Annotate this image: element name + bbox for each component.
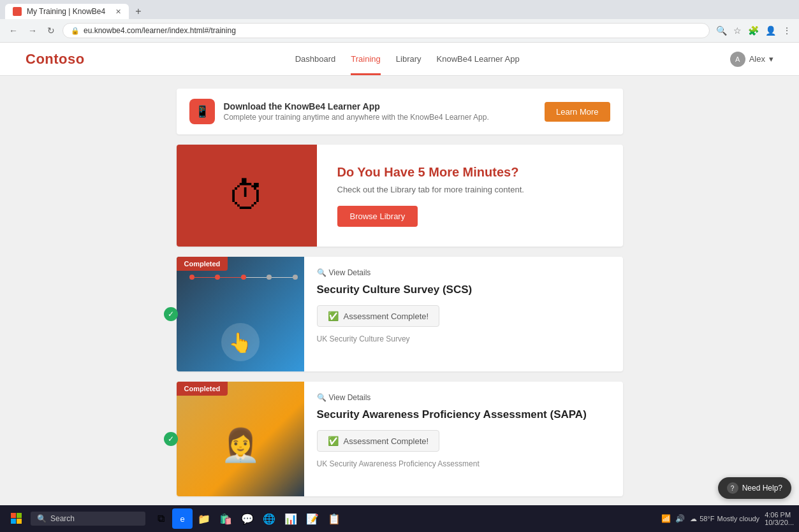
taskbar-word[interactable]: 📝 bbox=[302, 508, 323, 529]
forward-button[interactable]: → bbox=[26, 24, 40, 37]
assessment-complete-btn-sapa[interactable]: ✅ Assessment Complete! bbox=[317, 430, 440, 452]
active-tab[interactable]: My Training | KnowBe4 ✕ bbox=[5, 4, 129, 19]
taskbar-file-explorer[interactable]: 📁 bbox=[194, 508, 214, 529]
browser-nav-icons: 🔍 ☆ 🧩 👤 ⋮ bbox=[715, 24, 793, 37]
browser-menu-icon[interactable]: ⋮ bbox=[781, 24, 793, 37]
weather-desc: Mostly cloudy bbox=[717, 515, 759, 522]
dot-line-2 bbox=[220, 277, 241, 278]
completion-checkmark-sapa: ✓ bbox=[164, 432, 178, 446]
taskbar-search-label: Search bbox=[50, 514, 75, 523]
assessment-complete-label-sapa: Assessment Complete! bbox=[344, 436, 429, 446]
training-card-sapa: Completed 👩‍💼 🔍 View Details Security Aw… bbox=[177, 382, 623, 496]
main-content: Contoso Dashboard Training Library KnowB… bbox=[0, 43, 799, 532]
new-tab-button[interactable]: + bbox=[131, 6, 145, 17]
weather-temp: 58°F bbox=[700, 515, 714, 522]
need-help-button[interactable]: ? Need Help? bbox=[718, 477, 791, 499]
taskbar: 🔍 Search ⧉ e 📁 🛍️ 💬 🌐 📊 📝 📋 📶 🔊 ☁ 58°F M… bbox=[0, 505, 799, 532]
training-content-scs: 🔍 View Details Security Culture Survey (… bbox=[304, 257, 623, 371]
training-subtitle-scs: UK Security Culture Survey bbox=[317, 334, 610, 343]
nav-training[interactable]: Training bbox=[351, 43, 380, 75]
user-menu[interactable]: A Alex ▾ bbox=[730, 52, 773, 67]
training-title-scs: Security Culture Survey (SCS) bbox=[317, 284, 610, 296]
learn-more-button[interactable]: Learn More bbox=[545, 102, 610, 122]
zoom-icon[interactable]: 🔍 bbox=[715, 24, 728, 37]
completed-badge-scs: Completed bbox=[177, 257, 228, 271]
assessment-complete-label-scs: Assessment Complete! bbox=[344, 312, 429, 321]
promo-image: ⏱ bbox=[177, 145, 317, 247]
nav-library[interactable]: Library bbox=[396, 43, 421, 75]
taskbar-store[interactable]: 🛍️ bbox=[216, 508, 236, 529]
view-details-link-sapa[interactable]: 🔍 View Details bbox=[317, 393, 610, 402]
taskbar-right: 📶 🔊 ☁ 58°F Mostly cloudy 4:06 PM 10/3/20… bbox=[661, 511, 794, 526]
taskbar-excel[interactable]: 📊 bbox=[281, 508, 301, 529]
view-details-text-scs: View Details bbox=[329, 268, 371, 277]
training-card-scs: Completed bbox=[177, 257, 623, 371]
check-circle-icon-scs: ✅ bbox=[328, 311, 339, 321]
search-icon-scs: 🔍 bbox=[317, 268, 326, 277]
training-card-wrapper-sapa: ✓ Completed 👩‍💼 🔍 View Details Security … bbox=[177, 382, 623, 496]
address-bar[interactable]: 🔒 eu.knowbe4.com/learner/index.html#/tra… bbox=[62, 23, 710, 38]
training-image-sapa: Completed 👩‍💼 bbox=[177, 382, 304, 496]
nav-dashboard[interactable]: Dashboard bbox=[295, 43, 336, 75]
svg-rect-2 bbox=[11, 519, 16, 524]
completion-checkmark-scs: ✓ bbox=[164, 307, 178, 321]
dot-line-4 bbox=[272, 277, 293, 278]
extensions-icon[interactable]: 🧩 bbox=[747, 24, 760, 37]
taskbar-teams[interactable]: 💬 bbox=[237, 508, 258, 529]
tab-bar: My Training | KnowBe4 ✕ + bbox=[0, 0, 799, 19]
app-download-banner: 📱 Download the KnowBe4 Learner App Compl… bbox=[177, 89, 623, 134]
user-avatar-initials: A bbox=[735, 55, 740, 63]
dot-line-3 bbox=[246, 277, 267, 278]
tab-favicon bbox=[13, 7, 22, 16]
user-avatar: A bbox=[730, 52, 745, 67]
view-details-link-scs[interactable]: 🔍 View Details bbox=[317, 268, 610, 277]
network-icon[interactable]: 📶 bbox=[661, 514, 671, 524]
weather-widget: ☁ 58°F Mostly cloudy bbox=[690, 515, 759, 523]
help-icon: ? bbox=[727, 482, 738, 494]
user-name: Alex bbox=[749, 54, 765, 64]
assessment-complete-btn-scs[interactable]: ✅ Assessment Complete! bbox=[317, 305, 440, 327]
date-display: 10/3/20... bbox=[765, 519, 794, 526]
bookmark-icon[interactable]: ☆ bbox=[732, 24, 743, 37]
dot-line-1 bbox=[194, 277, 216, 278]
need-help-label: Need Help? bbox=[742, 484, 782, 492]
training-image-sapa-placeholder: 👩‍💼 bbox=[177, 382, 304, 496]
banner-title: Download the KnowBe4 Learner App bbox=[224, 101, 489, 111]
banner-subtitle: Complete your training anytime and anywh… bbox=[224, 113, 489, 122]
training-content-sapa: 🔍 View Details Security Awareness Profic… bbox=[304, 382, 623, 496]
user-profile-icon[interactable]: 👤 bbox=[764, 24, 777, 37]
app-logo: Contoso bbox=[26, 51, 85, 68]
promo-card: ⏱ Do You Have 5 More Minutes? Check out … bbox=[177, 145, 623, 247]
browser-nav-bar: ← → ↻ 🔒 eu.knowbe4.com/learner/index.htm… bbox=[0, 19, 799, 43]
windows-logo-icon bbox=[11, 513, 22, 524]
browse-library-button[interactable]: Browse Library bbox=[337, 206, 418, 227]
taskbar-chrome[interactable]: 🌐 bbox=[259, 508, 279, 529]
taskbar-task-view[interactable]: ⧉ bbox=[150, 508, 171, 529]
taskbar-search-box[interactable]: 🔍 Search bbox=[31, 512, 145, 526]
timeline-dots-scs bbox=[189, 275, 298, 280]
promo-title: Do You Have 5 More Minutes? bbox=[337, 165, 524, 180]
refresh-button[interactable]: ↻ bbox=[45, 24, 57, 37]
nav-learner-app[interactable]: KnowBe4 Learner App bbox=[437, 43, 520, 75]
training-title-sapa: Security Awareness Proficiency Assessmen… bbox=[317, 408, 610, 421]
search-icon-sapa: 🔍 bbox=[317, 393, 326, 402]
training-card-wrapper-scs: ✓ Completed bbox=[177, 257, 623, 371]
taskbar-icons: ⧉ e 📁 🛍️ 💬 🌐 📊 📝 📋 bbox=[150, 508, 344, 529]
taskbar-powerpoint[interactable]: 📋 bbox=[324, 508, 344, 529]
url-text: eu.knowbe4.com/learner/index.html#/train… bbox=[84, 26, 236, 35]
svg-rect-3 bbox=[17, 519, 22, 524]
view-details-text-sapa: View Details bbox=[329, 393, 371, 402]
promo-description: Check out the Library tab for more train… bbox=[337, 185, 524, 194]
banner-text: Download the KnowBe4 Learner App Complet… bbox=[224, 101, 489, 122]
tab-close-button[interactable]: ✕ bbox=[115, 8, 121, 16]
volume-icon[interactable]: 🔊 bbox=[675, 514, 685, 524]
dot-2 bbox=[215, 275, 220, 280]
start-button[interactable] bbox=[5, 507, 28, 530]
taskbar-edge[interactable]: e bbox=[172, 508, 193, 529]
system-time: 4:06 PM 10/3/20... bbox=[765, 511, 794, 526]
back-button[interactable]: ← bbox=[6, 24, 20, 37]
time-display: 4:06 PM bbox=[765, 511, 794, 519]
browser-chrome: My Training | KnowBe4 ✕ + ← → ↻ 🔒 eu.kno… bbox=[0, 0, 799, 43]
training-image-scs-placeholder: 👆 bbox=[177, 257, 304, 371]
svg-rect-1 bbox=[17, 513, 22, 518]
